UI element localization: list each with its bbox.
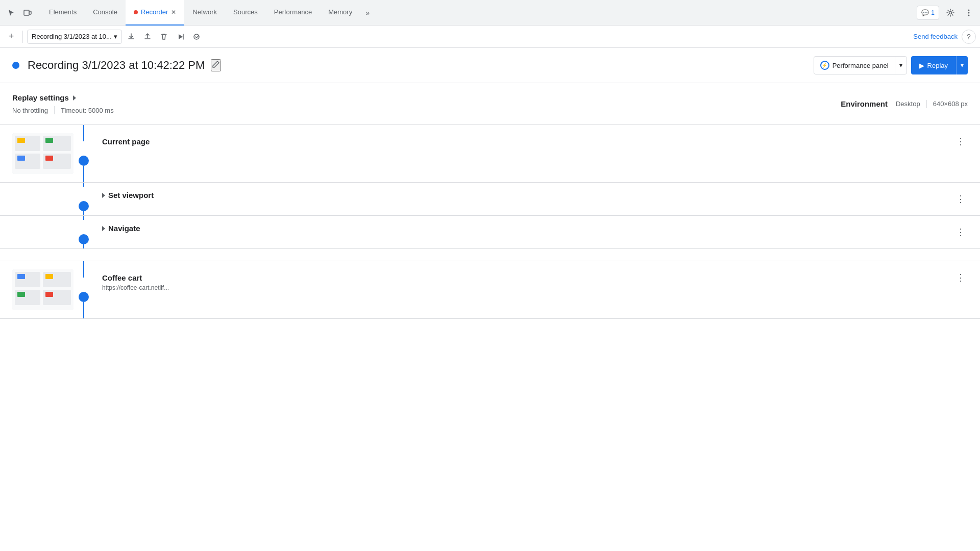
replay-settings-chevron [73, 95, 76, 101]
environment-label: Environment [841, 99, 888, 108]
throttling-value: No throttling [12, 107, 48, 114]
tab-console[interactable]: Console [85, 0, 126, 26]
svg-rect-1 [29, 11, 31, 14]
replay-button[interactable]: ▶ Replay ▾ [911, 56, 968, 74]
step-dot-set-viewport [79, 201, 89, 211]
close-tab-icon[interactable]: ✕ [171, 9, 176, 16]
replay-dropdown-arrow[interactable]: ▾ [956, 56, 968, 74]
step-label-navigate: Navigate [108, 224, 140, 233]
step-title-coffee-cart[interactable]: Coffee cart [102, 273, 945, 282]
perf-panel-icon: ⚡ [820, 61, 829, 70]
step-gap [0, 249, 980, 261]
tab-recorder-label: Recorder [141, 8, 168, 16]
toolbar-divider [22, 31, 23, 43]
step-url-coffee-cart: https://coffee-cart.netlif... [102, 284, 945, 291]
step-more-set-viewport[interactable]: ⋮ [953, 192, 968, 206]
step-dot-coffee-cart [79, 292, 89, 302]
svg-rect-17 [45, 156, 53, 161]
step-group-coffee-cart: Coffee cart https://coffee-cart.netlif..… [0, 261, 980, 319]
more-tabs-button[interactable]: » [360, 6, 375, 20]
add-icon: + [9, 31, 14, 42]
step-more-navigate[interactable]: ⋮ [953, 225, 968, 239]
timeout-value: Timeout: 5000 ms [61, 107, 114, 114]
step-title-navigate[interactable]: Navigate [102, 224, 945, 233]
add-recording-button[interactable]: + [4, 30, 18, 44]
svg-rect-0 [24, 10, 29, 15]
env-divider [926, 100, 927, 108]
notification-button[interactable]: 💬 1 [917, 6, 939, 20]
svg-point-2 [949, 11, 952, 14]
steps-container: Current page ⋮ Set viewport [0, 125, 980, 551]
step-expand-set-viewport [102, 193, 105, 198]
more-options-button[interactable] [962, 6, 976, 20]
export-button[interactable] [124, 30, 138, 44]
svg-point-7 [194, 34, 199, 39]
settings-button[interactable] [943, 6, 958, 20]
perf-panel-label: Performance panel [832, 62, 889, 69]
tab-performance-label: Performance [274, 8, 312, 16]
tab-performance[interactable]: Performance [266, 0, 320, 26]
main-content: Recording 3/1/2023 at 10:42:22 PM ⚡ Perf… [0, 48, 980, 551]
step-more-coffee-cart[interactable]: ⋮ [953, 270, 968, 285]
step-content-coffee-cart: Coffee cart https://coffee-cart.netlif..… [94, 261, 953, 318]
cursor-icon[interactable] [4, 6, 18, 20]
step-timeline-navigate [74, 216, 94, 248]
tab-sources[interactable]: Sources [225, 0, 266, 26]
settings-bar: Replay settings No throttling Timeout: 5… [0, 83, 980, 125]
send-feedback-link[interactable]: Send feedback [913, 33, 958, 40]
delete-button[interactable] [157, 30, 171, 44]
svg-point-5 [968, 14, 970, 16]
chevron-down-icon: ▾ [114, 33, 117, 40]
step-group-set-viewport: Set viewport ⋮ [0, 183, 980, 216]
perf-panel-dropdown-arrow[interactable]: ▾ [895, 57, 906, 74]
step-timeline-current-page [74, 125, 94, 182]
replay-settings-title[interactable]: Replay settings [12, 93, 114, 102]
step-title-current-page[interactable]: Current page [102, 137, 945, 146]
recording-selector-label: Recording 3/1/2023 at 10... [32, 33, 112, 40]
settings-details: No throttling Timeout: 5000 ms [12, 106, 114, 114]
step-label-coffee-cart: Coffee cart [102, 273, 142, 282]
svg-point-4 [968, 12, 970, 13]
tab-sources-label: Sources [233, 8, 258, 16]
play-step-button[interactable] [173, 30, 187, 44]
step-no-thumb-set-viewport: Set viewport ⋮ [0, 183, 980, 215]
step-label-current-page: Current page [102, 137, 150, 146]
tab-network-label: Network [192, 8, 217, 16]
toggle-device-icon[interactable] [20, 6, 35, 20]
step-content-current-page: Current page [94, 125, 953, 182]
toolbar: + Recording 3/1/2023 at 10... ▾ Send fee… [0, 26, 980, 48]
help-button[interactable]: ? [962, 30, 976, 44]
settings-right: Environment Desktop 640×608 px [841, 99, 968, 108]
edit-title-button[interactable] [211, 59, 221, 71]
recording-selector[interactable]: Recording 3/1/2023 at 10... ▾ [27, 30, 122, 44]
record-button[interactable] [189, 30, 204, 44]
performance-panel-button[interactable]: ⚡ Performance panel ▾ [814, 56, 907, 74]
tab-bar-icons [4, 6, 35, 20]
tab-elements[interactable]: Elements [41, 0, 85, 26]
svg-rect-15 [45, 138, 53, 143]
replay-play-icon: ▶ [919, 62, 924, 69]
step-label-set-viewport: Set viewport [108, 191, 154, 199]
step-more-current-page[interactable]: ⋮ [953, 134, 968, 148]
recording-dot [134, 10, 138, 14]
tab-elements-label: Elements [49, 8, 77, 16]
tab-recorder[interactable]: Recorder ✕ [126, 0, 184, 26]
step-thumbnail-coffee-cart [12, 269, 74, 310]
resolution-value: 640×608 px [933, 100, 968, 108]
svg-rect-25 [17, 292, 25, 297]
tab-memory[interactable]: Memory [320, 0, 360, 26]
svg-rect-23 [17, 274, 25, 279]
step-dot-navigate [79, 234, 89, 244]
notification-icon: 💬 [921, 9, 929, 16]
import-button[interactable] [140, 30, 155, 44]
step-timeline-coffee-cart [74, 261, 94, 318]
step-group-inner-coffee-cart: Coffee cart https://coffee-cart.netlif..… [0, 261, 980, 318]
tab-bar: Elements Console Recorder ✕ Network Sour… [0, 0, 980, 26]
settings-detail-divider [54, 106, 55, 114]
recording-header: Recording 3/1/2023 at 10:42:22 PM ⚡ Perf… [0, 48, 980, 83]
recording-status-dot [12, 62, 19, 69]
tab-memory-label: Memory [328, 8, 352, 16]
step-dot-current-page [79, 156, 89, 166]
step-title-set-viewport[interactable]: Set viewport [102, 191, 945, 199]
tab-network[interactable]: Network [184, 0, 225, 26]
